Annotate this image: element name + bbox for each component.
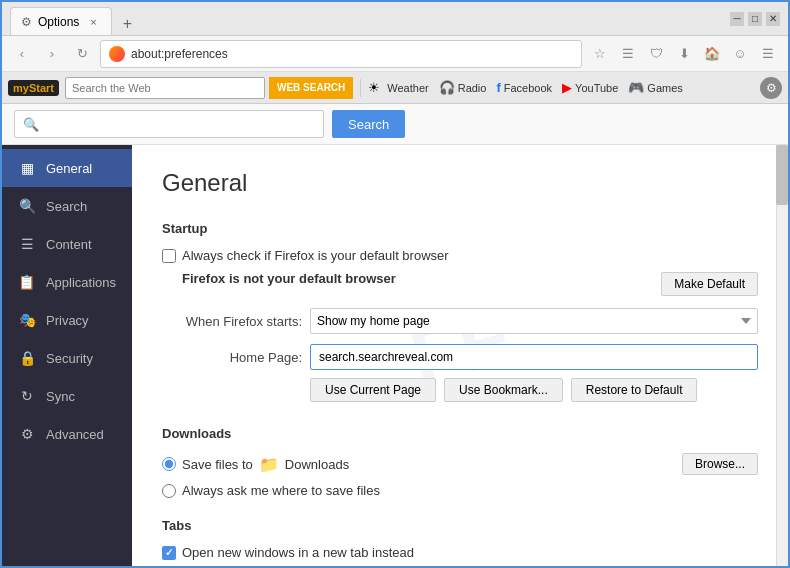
search-icon: 🔍	[18, 198, 36, 214]
use-current-page-button[interactable]: Use Current Page	[310, 378, 436, 402]
games-icon: 🎮	[628, 80, 644, 95]
sidebar-item-privacy[interactable]: 🎭 Privacy	[2, 301, 132, 339]
main-area: ▦ General 🔍 Search ☰ Content 📋 Applicati…	[2, 145, 788, 566]
forward-button[interactable]: ›	[40, 42, 64, 66]
sidebar-item-privacy-label: Privacy	[46, 313, 89, 328]
browser-window: ⚙ Options × + ─ □ ✕ ‹ › ↻ about:preferen…	[0, 0, 790, 568]
content-inner: General Startup Always check if Firefox …	[132, 145, 788, 566]
youtube-label: YouTube	[575, 82, 618, 94]
firefox-icon	[109, 46, 125, 62]
folder-icon: 📁	[259, 455, 279, 474]
browse-button[interactable]: Browse...	[682, 453, 758, 475]
page-title: General	[162, 169, 758, 197]
when-starts-select[interactable]: Show my home page	[310, 308, 758, 334]
search-input-box[interactable]: 🔍	[14, 110, 324, 138]
security-icon: 🔒	[18, 350, 36, 366]
always-ask-label: Always ask me where to save files	[182, 483, 380, 498]
facebook-icon: f	[496, 80, 500, 95]
search-button[interactable]: Search	[332, 110, 405, 138]
save-files-radio-row: Save files to 📁 Downloads Browse...	[162, 453, 758, 475]
sidebar-item-security[interactable]: 🔒 Security	[2, 339, 132, 377]
toolbar-facebook[interactable]: f Facebook	[493, 80, 555, 95]
sidebar-item-sync[interactable]: ↻ Sync	[2, 377, 132, 415]
downloads-folder: 📁 Downloads	[259, 455, 676, 474]
radio-label: Radio	[458, 82, 487, 94]
content-icon: ☰	[18, 236, 36, 252]
toolbar-youtube[interactable]: ▶ YouTube	[559, 80, 621, 95]
close-button[interactable]: ✕	[766, 12, 780, 26]
when-starts-row: When Firefox starts: Show my home page	[162, 308, 758, 334]
toolbar: myStart WEB SEARCH ☀ Weather 🎧 Radio f F…	[2, 72, 788, 104]
smiley-icon[interactable]: ☺	[728, 42, 752, 66]
address-bar[interactable]: about:preferences	[100, 40, 582, 68]
tab-label: Options	[38, 15, 79, 29]
mystart-logo: myStart	[8, 80, 59, 96]
sidebar-item-content[interactable]: ☰ Content	[2, 225, 132, 263]
toolbar-radio[interactable]: 🎧 Radio	[436, 80, 490, 95]
tab-area: ⚙ Options × +	[10, 2, 730, 35]
toolbar-search-input[interactable]	[66, 78, 264, 98]
when-starts-label: When Firefox starts:	[162, 314, 302, 329]
maximize-button[interactable]: □	[748, 12, 762, 26]
new-tab-button[interactable]: +	[116, 13, 138, 35]
sidebar-item-general-label: General	[46, 161, 92, 176]
toolbar-weather[interactable]: Weather	[384, 82, 431, 94]
homepage-label: Home Page:	[162, 350, 302, 365]
reading-list-icon[interactable]: ☰	[616, 42, 640, 66]
sidebar-item-general[interactable]: ▦ General	[2, 149, 132, 187]
main-search-input[interactable]	[43, 117, 315, 131]
web-search-button[interactable]: WEB SEARCH	[269, 77, 353, 99]
menu-icon[interactable]: ☰	[756, 42, 780, 66]
bookmark-star-icon[interactable]: ☆	[588, 42, 612, 66]
youtube-icon: ▶	[562, 80, 572, 95]
games-label: Games	[647, 82, 682, 94]
sidebar-item-applications-label: Applications	[46, 275, 116, 290]
make-default-button[interactable]: Make Default	[661, 272, 758, 296]
minimize-button[interactable]: ─	[730, 12, 744, 26]
home-icon[interactable]: 🏠	[700, 42, 724, 66]
homepage-buttons: Use Current Page Use Bookmark... Restore…	[310, 378, 758, 402]
options-tab[interactable]: ⚙ Options ×	[10, 7, 112, 35]
sidebar-item-search[interactable]: 🔍 Search	[2, 187, 132, 225]
headphones-icon: 🎧	[439, 80, 455, 95]
homepage-input[interactable]	[310, 344, 758, 370]
use-bookmark-button[interactable]: Use Bookmark...	[444, 378, 563, 402]
restore-default-button[interactable]: Restore to Default	[571, 378, 698, 402]
content-area: FF General Startup Always check if Firef…	[132, 145, 788, 566]
sync-icon: ↻	[18, 388, 36, 404]
toolbar-settings-button[interactable]: ⚙	[760, 77, 782, 99]
nav-icons: ☆ ☰ 🛡 ⬇ 🏠 ☺ ☰	[588, 42, 780, 66]
tabs-section-title: Tabs	[162, 518, 758, 533]
default-browser-label: Always check if Firefox is your default …	[182, 248, 449, 263]
downloads-section-title: Downloads	[162, 426, 758, 441]
homepage-row: Home Page:	[162, 344, 758, 370]
reload-button[interactable]: ↻	[70, 42, 94, 66]
applications-icon: 📋	[18, 274, 36, 290]
shield-icon[interactable]: 🛡	[644, 42, 668, 66]
startup-section: Startup Always check if Firefox is your …	[162, 221, 758, 402]
window-controls: ─ □ ✕	[730, 12, 780, 26]
downloads-section: Downloads Save files to 📁 Downloads Brow…	[162, 426, 758, 498]
always-ask-radio-row: Always ask me where to save files	[162, 483, 758, 498]
toolbar-games[interactable]: 🎮 Games	[625, 80, 685, 95]
general-icon: ▦	[18, 160, 36, 176]
sidebar-item-advanced-label: Advanced	[46, 427, 104, 442]
save-files-radio[interactable]	[162, 457, 176, 471]
sidebar-item-applications[interactable]: 📋 Applications	[2, 263, 132, 301]
tab-close-button[interactable]: ×	[85, 14, 101, 30]
sun-icon: ☀	[368, 80, 380, 95]
back-button[interactable]: ‹	[10, 42, 34, 66]
sidebar-item-advanced[interactable]: ⚙ Advanced	[2, 415, 132, 453]
tabs-section: Tabs Open new windows in a new tab inste…	[162, 518, 758, 560]
sidebar: ▦ General 🔍 Search ☰ Content 📋 Applicati…	[2, 145, 132, 566]
advanced-icon: ⚙	[18, 426, 36, 442]
default-browser-checkbox[interactable]	[162, 249, 176, 263]
sidebar-item-content-label: Content	[46, 237, 92, 252]
open-new-windows-checkbox[interactable]	[162, 546, 176, 560]
always-ask-radio[interactable]	[162, 484, 176, 498]
download-icon[interactable]: ⬇	[672, 42, 696, 66]
toolbar-search-box[interactable]	[65, 77, 265, 99]
weather-label: Weather	[387, 82, 428, 94]
open-new-windows-row: Open new windows in a new tab instead	[162, 545, 758, 560]
title-bar: ⚙ Options × + ─ □ ✕	[2, 2, 788, 36]
